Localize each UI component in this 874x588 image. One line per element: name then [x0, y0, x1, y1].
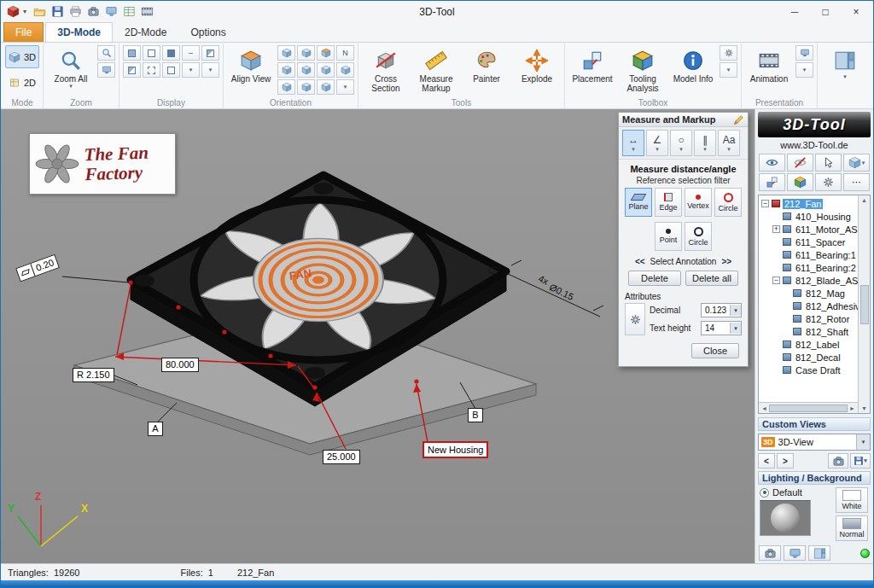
tree-item-611-spacer[interactable]: 611_Spacer	[759, 236, 858, 248]
app-menu-caret-icon[interactable]: ▾	[23, 8, 30, 15]
close-button[interactable]: ×	[841, 3, 871, 20]
print-button[interactable]	[67, 3, 84, 20]
tooling-analysis-button[interactable]: Tooling Analysis	[619, 45, 667, 96]
explode-button[interactable]: Explode	[513, 45, 561, 96]
scroll-right-icon[interactable]: ►	[849, 405, 855, 411]
delete-button[interactable]: Delete	[628, 271, 681, 286]
scroll-thumb[interactable]	[769, 405, 848, 412]
radius-annotation[interactable]: R 2.150	[73, 368, 114, 382]
panels-toggle-button[interactable]	[808, 545, 830, 561]
screenshot-button[interactable]	[85, 3, 102, 20]
scroll-left-icon[interactable]: ◄	[761, 405, 767, 411]
view-right-button[interactable]	[297, 45, 315, 61]
close-panel-button[interactable]: Close	[691, 343, 739, 358]
text-height-select[interactable]: 14▾	[701, 321, 742, 335]
maximize-button[interactable]: □	[810, 3, 841, 20]
toolbox-more-button[interactable]: ▾	[720, 62, 737, 78]
animation-quick-button[interactable]	[139, 3, 155, 20]
decimal-select[interactable]: 0.123▾	[701, 303, 742, 317]
zoom-window-button[interactable]	[97, 45, 115, 61]
cross-section-button[interactable]: Cross Section	[362, 45, 410, 96]
filter-plane-button[interactable]: Plane	[625, 188, 652, 217]
tab-2d-mode[interactable]: 2D-Mode	[113, 22, 178, 42]
tree-horizontal-scrollbar[interactable]: ◄►	[759, 402, 858, 413]
measure-distance-tool[interactable]: ↔▾	[622, 130, 644, 156]
measure-markup-button[interactable]: Measure Markup	[412, 45, 460, 96]
height-annotation[interactable]: 25.000	[323, 450, 360, 464]
settings-tree-button[interactable]	[815, 173, 842, 191]
tab-options[interactable]: Options	[178, 22, 237, 42]
prev-annotation-button[interactable]: <<	[635, 257, 645, 266]
view-top-button[interactable]	[297, 62, 315, 78]
scroll-up-icon[interactable]: ▲	[861, 197, 867, 203]
tab-file[interactable]: File	[3, 22, 44, 42]
datum-b-annotation[interactable]: B	[468, 408, 483, 422]
titlebar[interactable]: ▾ 3D-Tool ─ □ ×	[1, 1, 873, 22]
measure-radius-tool[interactable]: ○▾	[670, 130, 692, 156]
measure-angle-tool[interactable]: ∠▾	[646, 130, 668, 156]
show-all-button[interactable]	[759, 154, 785, 172]
capture-view-button[interactable]	[828, 453, 848, 469]
scroll-thumb[interactable]	[860, 285, 869, 324]
placement-button[interactable]: Placement	[568, 45, 616, 96]
lighting-preview[interactable]	[760, 500, 811, 536]
grid-button[interactable]	[121, 3, 137, 20]
display-style-button[interactable]	[201, 45, 219, 61]
expand-icon[interactable]: +	[772, 225, 780, 233]
website-link[interactable]: www.3D-Tool.de	[758, 137, 871, 153]
measure-edge-tool[interactable]: ∥▾	[694, 130, 716, 156]
select-mode-button[interactable]	[815, 154, 842, 172]
fullscreen-button[interactable]	[784, 545, 806, 561]
presentation-extra-button[interactable]	[795, 45, 813, 61]
mode-2d-button[interactable]: 2D	[5, 71, 39, 94]
spin-button[interactable]	[336, 62, 354, 78]
filter-circle-button[interactable]: Circle	[714, 188, 742, 217]
chevron-down-icon[interactable]: ▾	[730, 305, 741, 316]
filter-circle2-button[interactable]: Circle	[685, 222, 712, 251]
view-iso-button[interactable]	[317, 45, 335, 61]
animation-button[interactable]: Animation	[745, 45, 793, 96]
next-view-button[interactable]: >	[777, 453, 794, 469]
toolbox-extra-button[interactable]	[720, 45, 737, 61]
display-translucent-button[interactable]	[162, 45, 180, 61]
tree-item-812-rotor[interactable]: 812_Rotor	[759, 312, 858, 325]
view-bottom-button[interactable]	[297, 79, 315, 95]
tree-item-611-motor-asm[interactable]: +611_Motor_ASM	[759, 223, 858, 236]
prev-view-button[interactable]: <	[758, 453, 775, 469]
tree-item-812-adhesive[interactable]: 812_Adhesive	[759, 300, 858, 312]
annotation-text-tool[interactable]: Aa▾	[718, 130, 740, 156]
filter-edge-button[interactable]: Edge	[655, 188, 682, 217]
tree-item-812-mag[interactable]: 812_Mag	[759, 287, 858, 300]
zoom-fit-button[interactable]	[97, 62, 115, 78]
compass-north-button[interactable]: N	[336, 45, 354, 61]
view-select[interactable]: 3D 3D-View ▾	[758, 434, 871, 451]
screenshot-tool-button[interactable]	[759, 545, 781, 561]
painter-button[interactable]: Painter	[463, 45, 510, 96]
next-annotation-button[interactable]: >>	[721, 257, 731, 266]
more-tree-button[interactable]: ⋯	[843, 173, 870, 191]
measure-panel-header[interactable]: Measure and Markup	[619, 113, 748, 127]
placement-tree-button[interactable]	[759, 173, 785, 191]
display-wireframe-button[interactable]	[143, 45, 160, 61]
attribute-settings-button[interactable]	[625, 303, 645, 335]
collapse-icon[interactable]: −	[772, 277, 780, 284]
chevron-down-icon[interactable]: ▾	[730, 323, 741, 334]
display-dash-button[interactable]: –	[182, 45, 200, 61]
orientation-more-button[interactable]: ▾	[336, 79, 354, 95]
tree-item-212-fan[interactable]: −212_Fan	[759, 197, 858, 210]
delete-all-button[interactable]: Delete all	[685, 271, 738, 286]
tree-item-812-decal[interactable]: 812_Decal	[759, 351, 858, 364]
datum-a-annotation[interactable]: A	[148, 422, 163, 436]
display-shaded-button[interactable]	[123, 45, 141, 61]
minimize-button[interactable]: ─	[779, 3, 810, 20]
width-annotation[interactable]: 80.000	[161, 358, 199, 372]
tree-item-case-draft[interactable]: Case Draft	[759, 364, 858, 376]
tree-item-410-housing[interactable]: 410_Housing	[759, 210, 858, 223]
filter-vertex-button[interactable]: Vertex	[685, 188, 712, 217]
default-lighting-radio[interactable]: Default	[760, 487, 831, 498]
save-file-button[interactable]	[50, 3, 66, 20]
display-options-button[interactable]: ▾	[201, 62, 219, 78]
save-view-button[interactable]: ▾	[850, 453, 871, 469]
tooling-tree-button[interactable]	[787, 173, 813, 191]
tree-vertical-scrollbar[interactable]: ▲▼	[858, 195, 870, 413]
